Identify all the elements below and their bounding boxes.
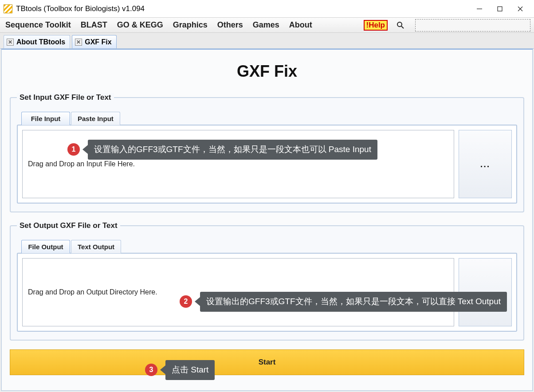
svg-point-4: [397, 22, 402, 27]
window-controls: [469, 2, 530, 16]
tab-file-output[interactable]: File Output: [21, 240, 70, 253]
menu-games[interactable]: Games: [251, 20, 281, 31]
svg-line-5: [401, 26, 404, 28]
menu-sequence-toolkit[interactable]: Sequence Toolkit: [4, 20, 73, 31]
svg-rect-1: [498, 7, 502, 11]
output-legend: Set Output GXF File or Text: [17, 221, 120, 230]
tab-text-output[interactable]: Text Output: [71, 240, 121, 253]
output-drop-area[interactable]: Drag and Drop an Output Directory Here.: [22, 258, 454, 326]
menu-about[interactable]: About: [287, 20, 314, 31]
search-icon[interactable]: [396, 20, 405, 30]
maximize-icon: [497, 6, 503, 12]
tab-close-icon[interactable]: ✕: [7, 39, 14, 46]
tab-close-icon[interactable]: ✕: [75, 39, 82, 46]
start-button[interactable]: Start: [10, 349, 524, 375]
workarea: GXF Fix Set Input GXF File or Text File …: [1, 49, 533, 391]
app-icon: [4, 4, 12, 13]
titlebar: TBtools (Toolbox for Biologists) v1.094: [0, 0, 534, 18]
menu-graphics[interactable]: Graphics: [171, 20, 209, 31]
menu-go-kegg[interactable]: GO & KEGG: [115, 20, 165, 31]
help-button[interactable]: !Help: [364, 20, 388, 31]
menubar: Sequence Toolkit BLAST GO & KEGG Graphic…: [0, 18, 534, 33]
window-title: TBtools (Toolbox for Biologists) v1.094: [16, 4, 469, 13]
input-browse-button[interactable]: ...: [459, 130, 512, 198]
tab-file-input[interactable]: File Input: [21, 112, 70, 125]
document-tabbar: ✕ About TBtools ✕ GXF Fix: [0, 33, 534, 49]
minimize-icon: [476, 6, 483, 12]
input-section: Set Input GXF File or Text File Input Pa…: [10, 93, 524, 212]
output-panel: Drag and Drop an Output Directory Here. …: [17, 253, 517, 332]
tab-paste-input[interactable]: Paste Input: [71, 112, 120, 125]
tab-label: About TBtools: [16, 38, 65, 46]
input-drop-area[interactable]: Drag and Drop an Input File Here.: [22, 130, 454, 198]
maximize-button[interactable]: [490, 2, 510, 16]
minimize-button[interactable]: [469, 2, 490, 16]
close-icon: [517, 6, 523, 12]
input-panel: Drag and Drop an Input File Here. ...: [17, 125, 517, 204]
menu-blast[interactable]: BLAST: [79, 20, 109, 31]
search-input[interactable]: [415, 19, 530, 31]
output-section: Set Output GXF File or Text File Output …: [10, 221, 524, 341]
input-legend: Set Input GXF File or Text: [17, 93, 114, 102]
output-tabs: File Output Text Output: [21, 240, 517, 253]
tab-label: GXF Fix: [85, 38, 111, 46]
page-title: GXF Fix: [10, 62, 524, 81]
menu-others[interactable]: Others: [216, 20, 245, 31]
tab-about-tbtools[interactable]: ✕ About TBtools: [4, 35, 70, 48]
close-button[interactable]: [510, 2, 530, 16]
output-browse-button[interactable]: ...: [459, 258, 512, 326]
tab-gxf-fix[interactable]: ✕ GXF Fix: [72, 35, 116, 48]
input-tabs: File Input Paste Input: [21, 112, 517, 125]
